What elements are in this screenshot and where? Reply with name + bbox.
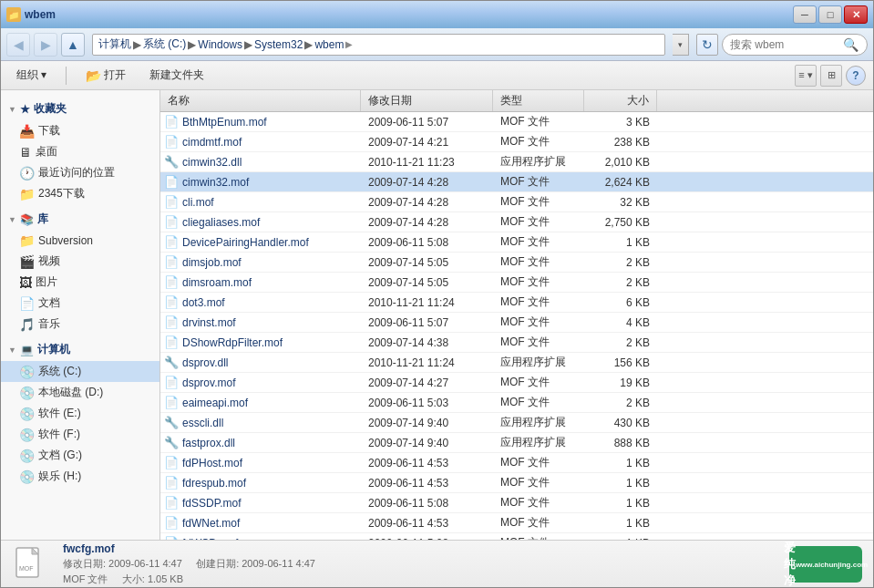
mof-icon: 📄 (164, 115, 179, 129)
mof-icon: 📄 (164, 315, 179, 329)
help-button[interactable]: ? (846, 66, 866, 86)
dll-icon: 🔧 (164, 436, 179, 449)
mof-icon: 📄 (164, 396, 179, 409)
table-row[interactable]: 📄 fdPHost.mof 2009-06-11 4:53 MOF 文件 1 K… (160, 453, 873, 473)
table-row[interactable]: 📄 fdWNet.mof 2009-06-11 4:53 MOF 文件 1 KB (160, 513, 873, 533)
drive-g-icon: 💿 (19, 449, 35, 463)
table-row[interactable]: 🔧 esscli.dll 2009-07-14 9:40 应用程序扩展 430 … (160, 413, 873, 433)
address-bar[interactable]: 计算机 ▶ 系统 (C:) ▶ Windows ▶ System32 ▶ wbe… (92, 34, 665, 56)
search-input[interactable] (730, 38, 839, 51)
breadcrumb-wbem[interactable]: wbem (314, 38, 344, 51)
file-name-text: esscli.dll (182, 417, 223, 429)
file-type-cell: MOF 文件 (493, 495, 584, 511)
table-row[interactable]: 📄 cimwin32.mof 2009-07-14 4:28 MOF 文件 2,… (160, 172, 873, 192)
table-row[interactable]: 📄 dimsroam.mof 2009-07-14 5:05 MOF 文件 2 … (160, 273, 873, 293)
table-row[interactable]: 📄 dsprov.mof 2009-07-14 4:27 MOF 文件 19 K… (160, 373, 873, 393)
pictures-icon: 🖼 (19, 275, 32, 290)
watermark: 爱纯净 www.aichunjing.com (789, 546, 862, 583)
sidebar-item-documents[interactable]: 📄 文档 (1, 293, 159, 314)
breadcrumb-c[interactable]: 系统 (C:) (143, 36, 186, 52)
sidebar-item-recent[interactable]: 🕐 最近访问的位置 (1, 162, 159, 183)
sidebar-item-drive-f-label: 软件 (F:) (38, 427, 80, 442)
sidebar-item-desktop[interactable]: 🖥 桌面 (1, 141, 159, 162)
table-row[interactable]: 📄 fdWSD.mof 2009-06-11 5:08 MOF 文件 1 KB (160, 533, 873, 540)
view-toggle-button[interactable]: ≡ ▾ (795, 65, 817, 87)
mof-icon: 📄 (164, 516, 179, 530)
sidebar-item-pictures[interactable]: 🖼 图片 (1, 272, 159, 293)
file-date-cell: 2009-07-14 4:28 (361, 176, 493, 189)
sidebar-item-music[interactable]: 🎵 音乐 (1, 314, 159, 335)
file-name-text: dsprov.dll (182, 356, 228, 369)
file-date-cell: 2009-07-14 9:40 (361, 417, 493, 429)
table-row[interactable]: 📄 cliegaliases.mof 2009-07-14 4:28 MOF 文… (160, 212, 873, 232)
sidebar-item-download-label: 下载 (38, 123, 60, 139)
file-name-cell: 🔧 dsprov.dll (160, 356, 361, 369)
sidebar-item-drive-d[interactable]: 💿 本地磁盘 (D:) (1, 382, 159, 403)
details-view-button[interactable]: ⊞ (820, 65, 842, 87)
open-button[interactable]: 📂 打开 (77, 64, 134, 87)
col-header-size[interactable]: 大小 (584, 90, 657, 111)
col-header-type[interactable]: 类型 (493, 90, 584, 111)
sidebar-item-drive-c[interactable]: 💿 系统 (C:) (1, 361, 159, 382)
sidebar-item-video-label: 视频 (38, 253, 60, 269)
sidebar-item-subversion[interactable]: 📁 Subversion (1, 231, 159, 251)
sidebar-item-video[interactable]: 🎬 视频 (1, 251, 159, 272)
file-type-cell: MOF 文件 (493, 234, 584, 250)
refresh-button[interactable]: ↻ (696, 34, 718, 56)
table-row[interactable]: 📄 dot3.mof 2010-11-21 11:24 MOF 文件 6 KB (160, 293, 873, 313)
search-icon[interactable]: 🔍 (843, 37, 859, 52)
sidebar-item-drive-h[interactable]: 💿 娱乐 (H:) (1, 466, 159, 487)
breadcrumb-windows[interactable]: Windows (198, 38, 242, 51)
file-type-cell: MOF 文件 (493, 335, 584, 350)
sidebar-item-2345[interactable]: 📁 2345下载 (1, 183, 159, 204)
file-name-text: drvinst.mof (182, 316, 236, 329)
table-row[interactable]: 🔧 dsprov.dll 2010-11-21 11:24 应用程序扩展 156… (160, 353, 873, 373)
table-row[interactable]: 📄 cimdmtf.mof 2009-07-14 4:21 MOF 文件 238… (160, 132, 873, 152)
file-date-cell: 2009-07-14 5:05 (361, 256, 493, 269)
up-button[interactable]: ▲ (61, 33, 85, 57)
col-header-name[interactable]: 名称 (160, 90, 361, 111)
close-button[interactable]: ✕ (844, 5, 868, 24)
minimize-button[interactable]: ─ (793, 5, 817, 24)
table-row[interactable]: 📄 BthMtpEnum.mof 2009-06-11 5:07 MOF 文件 … (160, 112, 873, 132)
breadcrumb-computer[interactable]: 计算机 (98, 36, 131, 52)
computer-header[interactable]: ▼ 💻 计算机 (1, 338, 159, 361)
status-filename: fwcfg.mof (63, 542, 315, 555)
sidebar-item-drive-g[interactable]: 💿 文档 (G:) (1, 445, 159, 466)
folder-2345-icon: 📁 (19, 187, 35, 201)
sidebar-item-drive-e[interactable]: 💿 软件 (E:) (1, 403, 159, 424)
table-row[interactable]: 📄 DevicePairingHandler.mof 2009-06-11 5:… (160, 232, 873, 253)
address-dropdown-arrow[interactable]: ▶ (344, 39, 355, 49)
library-header[interactable]: ▼ 📚 库 (1, 208, 159, 231)
table-row[interactable]: 📄 eaimeapi.mof 2009-06-11 5:03 MOF 文件 2 … (160, 393, 873, 413)
breadcrumb-system32[interactable]: System32 (254, 38, 303, 51)
file-name-text: DShowRdpFilter.mof (182, 336, 283, 349)
forward-button[interactable]: ▶ (34, 33, 57, 57)
col-header-date[interactable]: 修改日期 (361, 90, 493, 111)
file-size-cell: 32 KB (584, 196, 657, 209)
file-name-cell: 🔧 esscli.dll (160, 416, 361, 429)
maximize-button[interactable]: □ (818, 5, 842, 24)
organize-button[interactable]: 组织 ▾ (8, 64, 55, 87)
favorites-header[interactable]: ▼ ★ 收藏夹 (1, 98, 159, 120)
table-row[interactable]: 📄 cli.mof 2009-07-14 4:28 MOF 文件 32 KB (160, 192, 873, 212)
table-row[interactable]: 🔧 fastprox.dll 2009-07-14 9:40 应用程序扩展 88… (160, 433, 873, 453)
table-row[interactable]: 📄 dimsjob.mof 2009-07-14 5:05 MOF 文件 2 K… (160, 253, 873, 273)
sidebar-item-download[interactable]: 📥 下载 (1, 120, 159, 141)
file-type-cell: MOF 文件 (493, 254, 584, 270)
back-button[interactable]: ◀ (6, 33, 30, 57)
table-row[interactable]: 📄 fdSSDP.mof 2009-06-11 5:08 MOF 文件 1 KB (160, 493, 873, 513)
file-name-cell: 📄 cliegaliases.mof (160, 215, 361, 229)
new-folder-button[interactable]: 新建文件夹 (141, 64, 212, 87)
file-type-cell: MOF 文件 (493, 194, 584, 210)
file-area: 名称 修改日期 类型 大小 📄 BthMtpEnum.mof 2009-06-1… (160, 90, 873, 540)
file-type-cell: MOF 文件 (493, 375, 584, 390)
address-dropdown-btn[interactable]: ▾ (673, 34, 689, 56)
table-row[interactable]: 📄 drvinst.mof 2009-06-11 5:07 MOF 文件 4 K… (160, 313, 873, 333)
table-row[interactable]: 📄 fdrespub.mof 2009-06-11 4:53 MOF 文件 1 … (160, 473, 873, 493)
subversion-icon: 📁 (19, 233, 35, 248)
table-row[interactable]: 🔧 cimwin32.dll 2010-11-21 11:23 应用程序扩展 2… (160, 152, 873, 172)
table-row[interactable]: 📄 DShowRdpFilter.mof 2009-07-14 4:38 MOF… (160, 333, 873, 353)
sidebar-item-drive-f[interactable]: 💿 软件 (F:) (1, 424, 159, 445)
column-headers: 名称 修改日期 类型 大小 (160, 90, 873, 112)
